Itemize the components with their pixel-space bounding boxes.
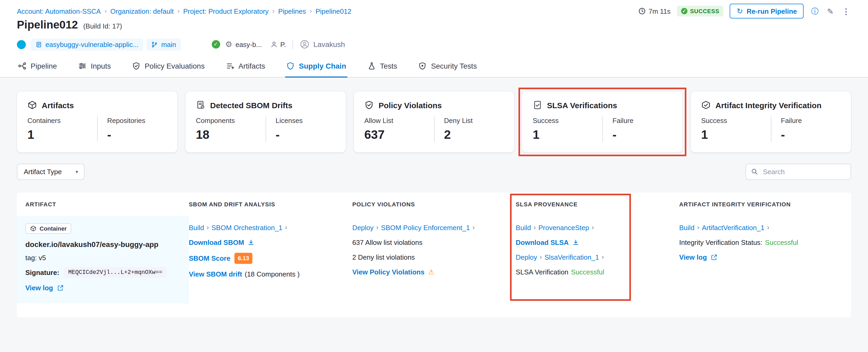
pipeline-icon bbox=[18, 62, 26, 70]
artifact-cell: Container docker.io/lavakush07/easy-bugg… bbox=[17, 216, 189, 303]
download-slsa-link[interactable]: Download SLSA bbox=[516, 238, 569, 247]
artifacts-icon bbox=[226, 62, 234, 70]
breadcrumb-project-link[interactable]: Project: Product Exploratory bbox=[183, 7, 269, 15]
chevron-right-icon: › bbox=[285, 223, 287, 232]
slsa-verification-step-path: Deploy › SlsaVerification_1 › bbox=[516, 253, 666, 262]
metric-label: Containers bbox=[27, 117, 97, 125]
execution-actions: 7m 11s ✓ SUCCESS ↻ Re-run Pipeline ⓘ ✎ ⋮ bbox=[639, 4, 851, 19]
deploy-stage-link[interactable]: Deploy bbox=[352, 223, 374, 232]
chevron-right-icon: › bbox=[472, 223, 475, 232]
signature-label: Signature: bbox=[25, 268, 59, 276]
chevron-down-icon: ▾ bbox=[75, 169, 78, 175]
metric-label: Components bbox=[196, 117, 266, 125]
card-title: Policy Violations bbox=[378, 100, 442, 109]
metric-value: - bbox=[276, 128, 335, 142]
tab-artifacts[interactable]: Artifacts bbox=[225, 57, 266, 77]
chevron-right-icon: › bbox=[767, 223, 769, 232]
tab-security-tests[interactable]: Security Tests bbox=[417, 57, 478, 77]
supply-chain-content: Artifacts Containers1 Repositories- Dete… bbox=[0, 77, 868, 352]
summary-card-artifact-integrity: Artifact Integrity Verification Success1… bbox=[691, 91, 851, 153]
breadcrumb-organization-link[interactable]: Organization: default bbox=[110, 7, 174, 15]
card-title: Detected SBOM Drifts bbox=[210, 100, 292, 109]
column-header-policy-violations: POLICY VIOLATIONS bbox=[352, 201, 516, 207]
triggered-by-user: Lavakush bbox=[300, 40, 345, 49]
signature-value: MEQCICde2Vjl...L+2+mqnOXw== bbox=[64, 267, 166, 278]
warning-icon: ⚠ bbox=[428, 268, 434, 276]
column-header-artifact-integrity: ARTIFACT INTEGRITY VERIFICATION bbox=[679, 201, 843, 207]
provenance-step-link[interactable]: ProvenanceStep bbox=[538, 223, 589, 232]
components-count: (18 Components ) bbox=[245, 270, 300, 279]
artifacts-card-icon bbox=[27, 100, 37, 110]
filter-bar: Artifact Type ▾ bbox=[17, 164, 851, 180]
metric-label: Failure bbox=[781, 117, 841, 125]
breadcrumb-account-link[interactable]: Account: Automation-SSCA bbox=[17, 7, 101, 15]
search-input[interactable] bbox=[745, 164, 851, 180]
view-log-link[interactable]: View log bbox=[679, 253, 717, 262]
more-options-button[interactable]: ⋮ bbox=[841, 7, 851, 15]
sbom-policy-enforcement-step-link[interactable]: SBOM Policy Enforcement_1 bbox=[381, 223, 470, 232]
tab-pipeline[interactable]: Pipeline bbox=[17, 57, 58, 77]
execution-name: easy-b... bbox=[236, 40, 262, 48]
summary-cards: Artifacts Containers1 Repositories- Dete… bbox=[17, 91, 851, 153]
branch-chip[interactable]: main bbox=[147, 38, 181, 51]
artifact-type-select[interactable]: Artifact Type ▾ bbox=[17, 164, 85, 180]
policy-violations-card-icon bbox=[364, 100, 374, 110]
summary-card-artifacts: Artifacts Containers1 Repositories- bbox=[17, 91, 177, 153]
external-link-icon bbox=[711, 254, 717, 261]
metric-value: - bbox=[613, 128, 672, 142]
build-stage-link[interactable]: Build bbox=[679, 223, 694, 232]
pipeline-type-icon bbox=[17, 40, 26, 49]
download-icon[interactable] bbox=[248, 239, 255, 246]
edit-pipeline-button[interactable]: ✎ bbox=[826, 7, 835, 15]
build-stage-link[interactable]: Build bbox=[189, 223, 204, 232]
refresh-icon: ↻ bbox=[737, 7, 743, 15]
metric-label: Allow List bbox=[364, 117, 434, 125]
chevron-right-icon: › bbox=[376, 223, 378, 232]
branch-name: main bbox=[161, 40, 176, 48]
sbom-orchestration-step-link[interactable]: SBOM Orchestration_1 bbox=[212, 223, 282, 232]
tab-policy-evaluations[interactable]: Policy Evaluations bbox=[131, 57, 206, 77]
metric-value: 1 bbox=[27, 128, 97, 142]
view-log-link[interactable]: View log bbox=[25, 284, 64, 292]
card-title: SLSA Verifications bbox=[547, 100, 617, 109]
container-icon bbox=[30, 225, 36, 232]
view-sbom-drift-link[interactable]: View SBOM drift bbox=[189, 270, 242, 279]
artifact-verification-step-link[interactable]: ArtifactVerification_1 bbox=[702, 223, 765, 232]
execution-duration: 7m 11s bbox=[639, 7, 671, 15]
chevron-right-icon: › bbox=[177, 7, 180, 15]
chevron-right-icon: › bbox=[601, 253, 604, 262]
integrity-step-path: Build › ArtifactVerification_1 › bbox=[679, 223, 830, 232]
search-box bbox=[745, 164, 851, 180]
slsa-provenance-step-path: Build › ProvenanceStep › bbox=[516, 223, 666, 232]
slsa-verification-status-label: SLSA Verification bbox=[516, 267, 568, 277]
chevron-right-icon: › bbox=[592, 223, 594, 232]
build-stage-link[interactable]: Build bbox=[516, 223, 531, 232]
column-header-sbom: SBOM AND DRIFT ANALYSIS bbox=[189, 201, 352, 207]
repo-chip[interactable]: easybuggy-vulnerable-applic... bbox=[31, 38, 143, 51]
chevron-right-icon: › bbox=[104, 7, 107, 15]
view-policy-violations-link[interactable]: View Policy Violations bbox=[352, 267, 425, 277]
chevron-right-icon: › bbox=[310, 7, 312, 15]
tab-tests[interactable]: Tests bbox=[366, 57, 398, 77]
metric-value: 637 bbox=[364, 128, 434, 142]
deploy-stage-link[interactable]: Deploy bbox=[516, 253, 537, 262]
page-header: Account: Automation-SSCA › Organization:… bbox=[0, 0, 868, 77]
sbom-score-link[interactable]: SBOM Score bbox=[189, 254, 230, 263]
download-icon[interactable] bbox=[572, 239, 579, 246]
breadcrumb-pipelines-link[interactable]: Pipelines bbox=[278, 7, 306, 15]
tab-inputs[interactable]: Inputs bbox=[77, 57, 112, 77]
tests-icon bbox=[367, 62, 376, 70]
slsa-verification-step-link[interactable]: SlsaVerification_1 bbox=[545, 253, 599, 262]
tab-supply-chain[interactable]: Supply Chain bbox=[285, 57, 347, 77]
sbom-score-badge: 6.13 bbox=[235, 253, 252, 264]
rerun-pipeline-button[interactable]: ↻ Re-run Pipeline bbox=[730, 4, 804, 19]
breadcrumb: Account: Automation-SSCA › Organization:… bbox=[17, 7, 351, 15]
metric-label: Success bbox=[533, 117, 602, 125]
download-sbom-link[interactable]: Download SBOM bbox=[189, 238, 244, 247]
policy-violations-cell: Deploy › SBOM Policy Enforcement_1 › 637… bbox=[352, 216, 516, 303]
repo-name: easybuggy-vulnerable-applic... bbox=[45, 40, 138, 48]
info-icon-button[interactable]: ⓘ bbox=[810, 7, 820, 15]
breadcrumb-pipeline-link[interactable]: Pipeline012 bbox=[315, 7, 351, 15]
metric-label: Deny List bbox=[444, 117, 504, 125]
metric-value: 1 bbox=[533, 128, 602, 142]
